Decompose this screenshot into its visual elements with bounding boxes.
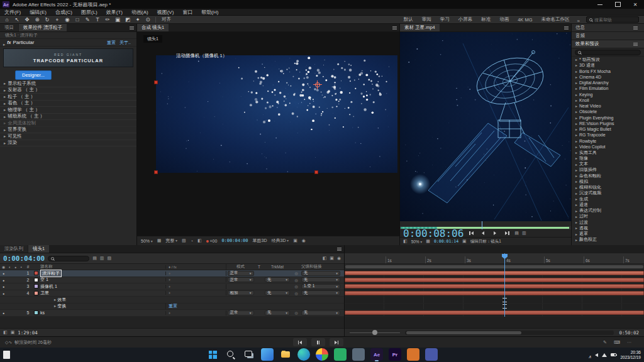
browser-button[interactable]: [316, 348, 328, 361]
effect-group-row[interactable]: 着色 （ 主 ）: [0, 101, 136, 107]
trkmat-dropdown[interactable]: [264, 284, 291, 289]
twirl-icon[interactable]: [575, 226, 577, 230]
capture-app-button[interactable]: [425, 348, 438, 361]
draw-icon[interactable]: [603, 340, 607, 345]
property-group-name[interactable]: 效果: [40, 297, 165, 303]
effect-group-row[interactable]: 世界变换: [0, 127, 136, 134]
effect-group-row[interactable]: 发射器 （ 主 ）: [0, 87, 136, 94]
workspace-tab[interactable]: 默认: [404, 16, 413, 23]
reset-link[interactable]: 重置: [169, 303, 177, 309]
effect-category-row[interactable]: Neat Video: [572, 103, 644, 109]
layer-bar[interactable]: [345, 284, 644, 288]
twirl-icon[interactable]: [575, 116, 577, 120]
layer-switches[interactable]: [165, 311, 226, 315]
twirl-icon[interactable]: [575, 209, 577, 213]
menu-item[interactable]: 窗口: [178, 9, 197, 16]
twirl-icon[interactable]: [575, 86, 577, 90]
taskbar-corner-icon[interactable]: [3, 351, 10, 359]
timeline-zoom-slider[interactable]: [350, 332, 400, 333]
renderer-dropdown[interactable]: 经典3D: [271, 238, 289, 244]
trkmat-dropdown[interactable]: 无: [264, 310, 291, 315]
edge-button[interactable]: [297, 348, 310, 361]
effect-group-row[interactable]: 显示粒子系统: [0, 80, 136, 87]
file-explorer-button[interactable]: [279, 348, 292, 361]
twirl-icon[interactable]: [575, 145, 577, 149]
effect-category-row[interactable]: Film Emulation: [572, 85, 644, 91]
trkmat-dropdown[interactable]: [264, 271, 291, 276]
blend-mode-dropdown[interactable]: 相加: [226, 290, 255, 295]
workspace-tab[interactable]: 4K MG: [518, 17, 532, 23]
twirl-icon[interactable]: [575, 150, 577, 155]
zoom-tool-icon[interactable]: ⊕: [33, 16, 42, 23]
parent-dropdown[interactable]: 无: [301, 277, 344, 282]
panel-menu-icon[interactable]: [130, 28, 134, 28]
effect-category-row[interactable]: RE:Vision Plugins: [572, 121, 644, 126]
camera-point-of-interest[interactable]: [313, 80, 322, 89]
parent-dropdown[interactable]: 无: [301, 271, 344, 276]
workspace-tab[interactable]: 动画: [499, 16, 509, 23]
audio-panel-header[interactable]: 音频: [575, 33, 585, 39]
workspace-tab[interactable]: 学习: [440, 16, 450, 23]
shy-icon[interactable]: [107, 256, 111, 261]
layer-property-row[interactable]: 变换 重置: [0, 304, 344, 310]
effect-category-row[interactable]: Digital Anarchy: [572, 80, 644, 85]
effect-category-row[interactable]: 透视: [572, 225, 644, 231]
effect-category-row[interactable]: 表达式控制: [572, 208, 644, 214]
effect-category-row[interactable]: 过时: [572, 214, 644, 219]
twirl-icon[interactable]: [4, 127, 6, 133]
twirl-icon[interactable]: [54, 297, 56, 302]
layer-visibility-toggle[interactable]: [0, 291, 7, 295]
tab-effect-controls[interactable]: 效果控件 漂浮粒子: [19, 24, 67, 31]
twirl-icon[interactable]: [4, 133, 6, 139]
work-area-end-time[interactable]: 0:50:02: [619, 330, 639, 336]
layer-switches[interactable]: [165, 272, 226, 275]
twirl-icon[interactable]: [4, 80, 6, 86]
twirl-icon[interactable]: [575, 92, 577, 97]
footage-zoom-dropdown[interactable]: 50%: [411, 239, 423, 244]
region-of-interest-icon[interactable]: [182, 238, 186, 243]
tab-render-queue[interactable]: 渲染队列: [0, 245, 28, 253]
next-frame-button[interactable]: [502, 230, 511, 236]
effect-category-row[interactable]: 颜色校正: [572, 237, 644, 243]
layer-color-swatch[interactable]: [34, 291, 38, 295]
layer-row[interactable]: 2 空 1 正常 无 无: [0, 277, 344, 284]
property-group-name[interactable]: 变换: [40, 303, 165, 309]
layer-name[interactable]: 摄像机 1: [40, 283, 165, 290]
parent-pickwhip-icon[interactable]: [291, 271, 301, 275]
eraser-tool-icon[interactable]: ◩: [123, 16, 132, 23]
footage-playhead[interactable]: [482, 221, 482, 226]
twirl-icon[interactable]: [575, 80, 577, 85]
twirl-icon[interactable]: [575, 214, 577, 219]
view-layout-icon[interactable]: [293, 238, 297, 243]
tab-timeline-comp[interactable]: 镜头1: [28, 245, 49, 253]
effect-category-row[interactable]: 旧版插件: [572, 167, 644, 173]
workspace-tab[interactable]: 未命名工作区: [541, 16, 570, 23]
composition-viewer[interactable]: 镜头1 活动摄像机（摄像机 1）: [137, 32, 399, 236]
current-timecode[interactable]: 0:00:04:00: [3, 255, 45, 263]
effect-category-row[interactable]: Knoll: [572, 97, 644, 103]
work-area-start-time[interactable]: 1:29:04: [18, 330, 38, 336]
pan-camera-tool-icon[interactable]: ⌖: [53, 16, 62, 23]
effect-category-row[interactable]: 模糊和锐化: [572, 185, 644, 190]
magnification-dropdown[interactable]: 50%: [141, 239, 153, 243]
exposure-control[interactable]: +00: [206, 239, 218, 243]
effect-category-row[interactable]: 文本: [572, 162, 644, 167]
layer-bar[interactable]: [345, 291, 644, 295]
layer-color-swatch[interactable]: [34, 271, 38, 275]
menu-item[interactable]: 帮助(H): [197, 9, 223, 16]
panel-menu-icon[interactable]: [633, 28, 638, 28]
source-name-header[interactable]: 源名称: [40, 264, 165, 270]
twirl-icon[interactable]: [575, 109, 577, 114]
transparency-grid-icon[interactable]: [191, 239, 193, 243]
tab-footage[interactable]: 素材 卫星.mp4: [400, 24, 440, 31]
widgets-button[interactable]: [261, 348, 274, 361]
layer-visibility-toggle[interactable]: [0, 278, 7, 282]
layer-color-swatch[interactable]: [34, 310, 38, 315]
parent-column-header[interactable]: 父级和链接: [301, 264, 344, 270]
timeline-track-area[interactable]: 1s2s3s4s5s6s7s 0:50:02: [345, 245, 644, 336]
twirl-icon[interactable]: [575, 173, 577, 178]
hand-tool-icon[interactable]: ✥: [23, 16, 31, 23]
more-icon[interactable]: [627, 340, 631, 345]
layer-property-row[interactable]: 效果: [0, 297, 344, 304]
volume-icon[interactable]: [595, 353, 598, 357]
